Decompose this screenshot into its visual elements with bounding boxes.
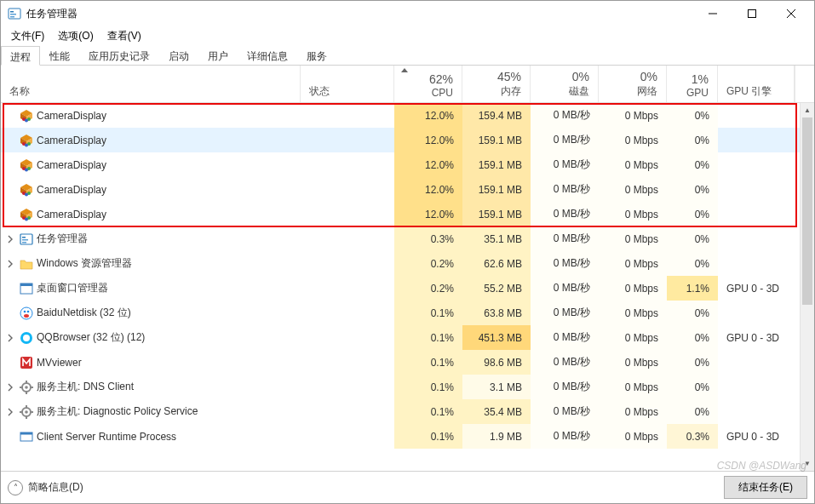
svg-rect-43 — [20, 284, 32, 286]
cell-network: 0 Mbps — [599, 399, 667, 424]
process-row[interactable]: BaiduNetdisk (32 位)0.1%63.8 MB0 MB/秒0 Mb… — [1, 301, 814, 325]
cell-cpu: 0.1% — [394, 399, 462, 424]
scroll-down-arrow-icon[interactable]: ▼ — [801, 456, 814, 471]
menu-view[interactable]: 查看(V) — [100, 27, 148, 45]
cell-disk: 0 MB/秒 — [531, 202, 599, 226]
process-row[interactable]: CameraDisplay12.0%159.1 MB0 MB/秒0 Mbps0% — [1, 202, 814, 226]
expand-arrow-icon[interactable] — [4, 406, 16, 418]
svg-rect-40 — [22, 239, 28, 241]
maximize-button[interactable] — [732, 1, 772, 26]
cell-cpu: 0.1% — [394, 350, 462, 375]
tab-0[interactable]: 进程 — [1, 46, 40, 66]
menu-file[interactable]: 文件(F) — [4, 27, 51, 45]
process-row[interactable]: Windows 资源管理器0.2%62.6 MB0 MB/秒0 Mbps0% — [1, 251, 814, 276]
cell-disk: 0 MB/秒 — [531, 350, 599, 375]
cell-name: CameraDisplay — [1, 202, 301, 226]
tab-5[interactable]: 详细信息 — [238, 45, 297, 65]
process-row[interactable]: CameraDisplay12.0%159.4 MB0 MB/秒0 Mbps0% — [1, 103, 814, 128]
process-row[interactable]: 桌面窗口管理器0.2%55.2 MB0 MB/秒0 Mbps1.1%GPU 0 … — [1, 276, 814, 301]
process-row[interactable]: CameraDisplay12.0%159.1 MB0 MB/秒0 Mbps0% — [1, 177, 814, 202]
mv-icon — [20, 356, 33, 369]
cell-gpu-engine — [718, 399, 795, 424]
cell-disk: 0 MB/秒 — [531, 177, 599, 202]
expand-arrow-icon — [4, 110, 16, 122]
col-cpu[interactable]: 62%CPU — [394, 66, 462, 102]
process-name: CameraDisplay — [37, 110, 106, 122]
process-row[interactable]: CameraDisplay12.0%159.1 MB0 MB/秒0 Mbps0% — [1, 152, 814, 177]
cube-icon — [20, 158, 33, 172]
cell-name: 任务管理器 — [1, 226, 301, 251]
process-row[interactable]: 任务管理器0.3%35.1 MB0 MB/秒0 Mbps0% — [1, 226, 814, 251]
process-row[interactable]: 服务主机: DNS Client0.1%3.1 MB0 MB/秒0 Mbps0% — [1, 375, 814, 399]
cell-status — [301, 152, 394, 177]
scroll-thumb[interactable] — [802, 117, 812, 305]
cell-status — [301, 424, 394, 449]
menu-options[interactable]: 选项(O) — [51, 27, 100, 45]
cell-gpu: 0% — [667, 251, 718, 276]
process-row[interactable]: 服务主机: Diagnostic Policy Service0.1%35.4 … — [1, 399, 814, 424]
tab-3[interactable]: 启动 — [159, 45, 198, 65]
cell-disk: 0 MB/秒 — [531, 424, 599, 449]
process-row[interactable]: QQBrowser (32 位) (12)0.1%451.3 MB0 MB/秒0… — [1, 325, 814, 350]
end-task-button[interactable]: 结束任务(E) — [724, 476, 807, 499]
cell-status — [301, 128, 394, 152]
process-name: Windows 资源管理器 — [37, 256, 132, 271]
col-memory[interactable]: 45%内存 — [462, 66, 531, 102]
cell-disk: 0 MB/秒 — [531, 301, 599, 325]
process-name: CameraDisplay — [37, 184, 106, 196]
svg-point-46 — [27, 310, 30, 312]
cell-network: 0 Mbps — [599, 226, 667, 251]
tab-2[interactable]: 应用历史记录 — [79, 45, 159, 65]
process-name: BaiduNetdisk (32 位) — [37, 306, 131, 320]
process-row[interactable]: MVviewer0.1%98.6 MB0 MB/秒0 Mbps0% — [1, 350, 814, 375]
cell-status — [301, 301, 394, 325]
svg-point-47 — [24, 314, 29, 318]
process-name: CameraDisplay — [37, 135, 106, 146]
expand-arrow-icon — [4, 307, 16, 319]
cell-cpu: 0.2% — [394, 276, 462, 301]
cell-name: QQBrowser (32 位) (12) — [1, 325, 301, 350]
col-name[interactable]: 名称 — [1, 66, 301, 102]
col-gpu[interactable]: 1%GPU — [667, 66, 718, 102]
cell-network: 0 Mbps — [599, 152, 667, 177]
col-network[interactable]: 0%网络 — [599, 66, 667, 102]
col-gpu-engine[interactable]: GPU 引擎 — [718, 66, 795, 102]
expand-arrow-icon[interactable] — [4, 381, 16, 393]
col-disk[interactable]: 0%磁盘 — [531, 66, 599, 102]
task-manager-icon — [8, 7, 21, 20]
cell-network: 0 Mbps — [599, 202, 667, 226]
vertical-scrollbar[interactable]: ▲ ▼ — [800, 103, 814, 471]
cell-gpu-engine — [718, 251, 795, 276]
process-row[interactable]: CameraDisplay12.0%159.1 MB0 MB/秒0 Mbps0% — [1, 128, 814, 152]
cell-disk: 0 MB/秒 — [531, 399, 599, 424]
expand-arrow-icon[interactable] — [4, 332, 16, 344]
cell-name: BaiduNetdisk (32 位) — [1, 301, 301, 325]
close-button[interactable] — [772, 1, 811, 26]
cube-icon — [20, 208, 33, 221]
cell-cpu: 0.1% — [394, 375, 462, 399]
cell-network: 0 Mbps — [599, 128, 667, 152]
cell-cpu: 0.1% — [394, 424, 462, 449]
cube-icon — [20, 183, 33, 197]
cell-network: 0 Mbps — [599, 375, 667, 399]
cell-cpu: 12.0% — [394, 128, 462, 152]
cell-status — [301, 226, 394, 251]
cell-disk: 0 MB/秒 — [531, 325, 599, 350]
col-status[interactable]: 状态 — [301, 66, 394, 102]
cell-name: 桌面窗口管理器 — [1, 276, 301, 301]
scroll-up-arrow-icon[interactable]: ▲ — [801, 103, 814, 117]
process-row[interactable]: Client Server Runtime Process0.1%1.9 MB0… — [1, 424, 814, 449]
cell-gpu: 0% — [667, 152, 718, 177]
tab-1[interactable]: 性能 — [40, 45, 79, 65]
cube-icon — [20, 134, 33, 147]
cell-gpu-engine — [718, 375, 795, 399]
cell-memory: 1.9 MB — [462, 424, 531, 449]
minimize-button[interactable] — [693, 1, 732, 26]
fewer-details-toggle[interactable]: ˄ 简略信息(D) — [8, 480, 83, 495]
expand-arrow-icon[interactable] — [4, 258, 16, 270]
expand-arrow-icon[interactable] — [4, 233, 16, 245]
expand-arrow-icon — [4, 431, 16, 443]
tab-4[interactable]: 用户 — [198, 45, 238, 65]
tab-6[interactable]: 服务 — [297, 45, 336, 65]
table-header: 名称 状态 62%CPU 45%内存 0%磁盘 0%网络 1%GPU GPU 引… — [1, 66, 814, 103]
